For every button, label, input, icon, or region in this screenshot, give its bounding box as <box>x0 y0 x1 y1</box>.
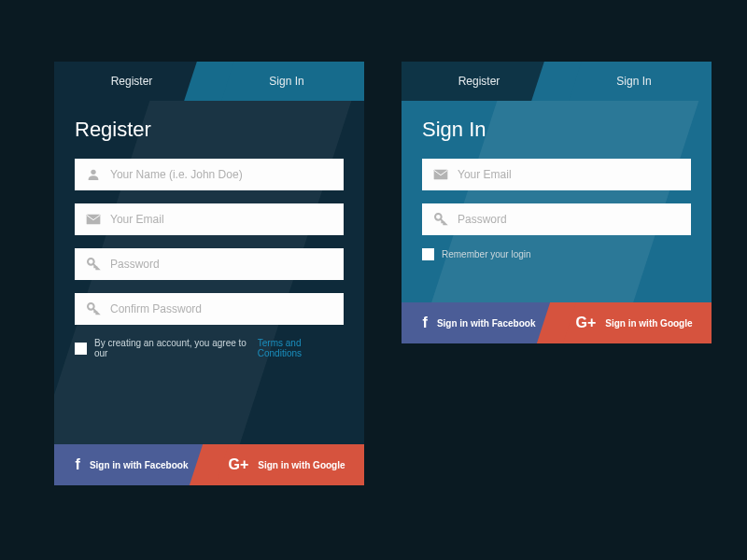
tab-bar: Register Sign In <box>402 62 712 101</box>
page-title: Register <box>75 118 344 142</box>
password-input[interactable] <box>450 213 682 226</box>
remember-row: Remember your login <box>422 248 691 260</box>
password-field-row[interactable] <box>75 248 344 280</box>
mail-icon <box>431 169 450 180</box>
facebook-button[interactable]: f Sign in with Facebook <box>54 444 209 485</box>
page-title: Sign In <box>422 118 691 142</box>
google-plus-icon: G+ <box>575 315 596 331</box>
email-field-row[interactable] <box>422 159 691 190</box>
register-card: Register Sign In Register <box>54 62 364 485</box>
facebook-icon: f <box>423 315 428 331</box>
terms-link[interactable]: Terms and Conditions <box>258 338 344 358</box>
remember-checkbox[interactable] <box>422 248 434 260</box>
google-button[interactable]: G+ Sign in with Google <box>209 444 364 485</box>
signin-card: Register Sign In Sign In Remember your l… <box>402 62 712 343</box>
email-input[interactable] <box>450 168 682 181</box>
tab-bar: Register Sign In <box>54 62 364 101</box>
google-button[interactable]: G+ Sign in with Google <box>557 302 712 343</box>
social-row: f Sign in with Facebook G+ Sign in with … <box>402 302 712 343</box>
key-icon <box>84 257 103 272</box>
remember-label: Remember your login <box>442 249 531 259</box>
google-plus-icon: G+ <box>228 456 248 473</box>
name-field-row[interactable] <box>75 159 344 190</box>
password-input[interactable] <box>103 258 334 271</box>
svg-point-0 <box>91 170 95 175</box>
facebook-button[interactable]: f Sign in with Facebook <box>402 302 557 343</box>
mail-icon <box>84 214 103 225</box>
user-icon <box>84 167 103 182</box>
email-input[interactable] <box>103 213 334 226</box>
svg-rect-4 <box>434 170 448 180</box>
confirm-password-input[interactable] <box>103 302 334 315</box>
facebook-icon: f <box>76 456 80 473</box>
tab-signin[interactable]: Sign In <box>557 62 712 101</box>
confirm-password-field-row[interactable] <box>75 293 344 325</box>
name-input[interactable] <box>103 168 334 181</box>
key-icon <box>431 212 450 227</box>
terms-row: By creating an account, you agree to our… <box>75 338 344 358</box>
social-row: f Sign in with Facebook G+ Sign in with … <box>54 444 364 485</box>
email-field-row[interactable] <box>75 203 344 235</box>
terms-text: By creating an account, you agree to our <box>94 338 255 358</box>
terms-checkbox[interactable] <box>75 343 87 355</box>
key-icon <box>84 301 103 316</box>
tab-signin[interactable]: Sign In <box>209 62 364 101</box>
password-field-row[interactable] <box>422 203 691 235</box>
svg-rect-1 <box>87 215 101 225</box>
